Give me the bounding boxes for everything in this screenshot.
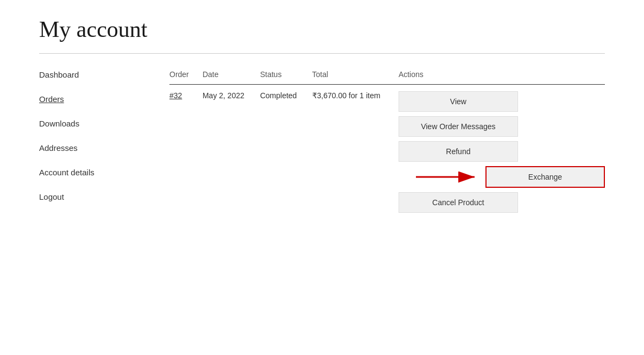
sidebar: Dashboard Orders Downloads Addresses Acc… [39, 70, 137, 217]
order-number-cell: #32 [169, 85, 203, 220]
order-status-cell: Completed [260, 85, 312, 220]
red-arrow-icon [416, 168, 481, 186]
sidebar-item-addresses[interactable]: Addresses [39, 143, 137, 153]
refund-button[interactable]: Refund [399, 141, 518, 162]
table-row: #32 May 2, 2022 Completed ₹3,670.00 for … [169, 85, 605, 220]
view-button[interactable]: View [399, 91, 518, 112]
section-divider [39, 53, 605, 54]
exchange-row: Exchange [399, 166, 605, 188]
order-date-cell: May 2, 2022 [203, 85, 260, 220]
order-actions-cell: View View Order Messages Refund [399, 85, 605, 220]
page-title: My account [39, 16, 605, 42]
exchange-button[interactable]: Exchange [485, 166, 605, 188]
content-area: Order Date Status Total Actions #32 May … [169, 70, 605, 219]
col-header-total: Total [312, 70, 399, 85]
cancel-product-button[interactable]: Cancel Product [399, 192, 518, 213]
col-header-status: Status [260, 70, 312, 85]
sidebar-item-orders[interactable]: Orders [39, 94, 137, 104]
order-number-link[interactable]: #32 [169, 91, 182, 100]
main-layout: Dashboard Orders Downloads Addresses Acc… [39, 70, 605, 219]
col-header-date: Date [203, 70, 260, 85]
order-total-cell: ₹3,670.00 for 1 item [312, 85, 399, 220]
arrow-container [416, 168, 481, 186]
col-header-order: Order [169, 70, 203, 85]
sidebar-item-account-details[interactable]: Account details [39, 168, 137, 177]
sidebar-item-logout[interactable]: Logout [39, 192, 137, 201]
actions-wrapper: View View Order Messages Refund [399, 91, 605, 213]
sidebar-item-dashboard[interactable]: Dashboard [39, 70, 137, 79]
col-header-actions: Actions [399, 70, 605, 85]
table-header-row: Order Date Status Total Actions [169, 70, 605, 85]
sidebar-item-downloads[interactable]: Downloads [39, 119, 137, 128]
orders-table: Order Date Status Total Actions #32 May … [169, 70, 605, 219]
page-container: My account Dashboard Orders Downloads Ad… [0, 0, 644, 355]
view-order-messages-button[interactable]: View Order Messages [399, 116, 518, 137]
